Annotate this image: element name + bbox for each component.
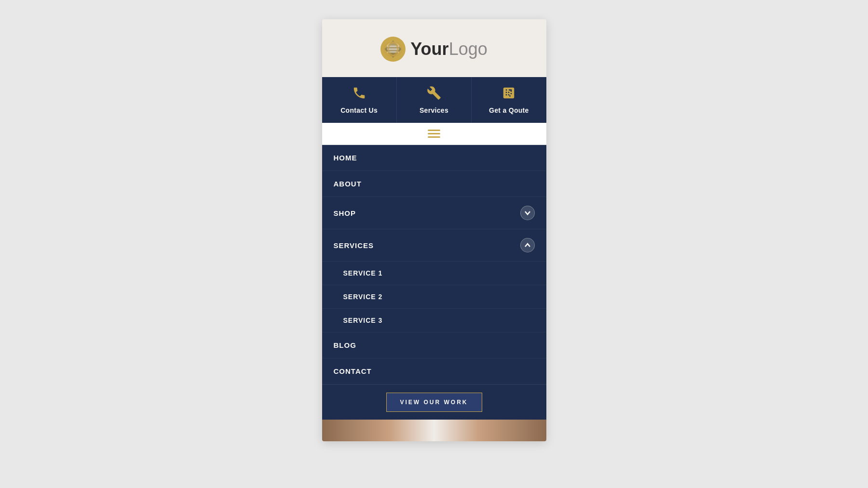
nav-item-blog[interactable]: BLOG <box>322 332 546 358</box>
top-nav-contact[interactable]: Contact Us <box>322 77 397 123</box>
nav-label-blog: BLOG <box>334 341 356 349</box>
chevron-down-icon <box>524 210 531 216</box>
footer-image-strip <box>322 420 546 441</box>
nav-subitem-service1[interactable]: SERVICE 1 <box>322 262 546 285</box>
service2-label: SERVICE 2 <box>343 293 383 301</box>
chevron-up-icon <box>524 242 531 249</box>
cta-section: VIEW OUR WORK <box>322 384 546 420</box>
nav-label-contact: CONTACT <box>334 367 372 375</box>
top-nav-quote[interactable]: Get a Qoute <box>472 77 546 123</box>
nav-subitem-service2[interactable]: SERVICE 2 <box>322 285 546 309</box>
services-label: Services <box>420 106 448 114</box>
header: YourLogo <box>322 19 546 77</box>
calculator-icon <box>502 86 516 103</box>
nav-label-about: ABOUT <box>334 180 362 188</box>
logo-light-text: Logo <box>449 39 488 59</box>
service1-label: SERVICE 1 <box>343 269 383 277</box>
nav-label-shop: SHOP <box>334 209 356 217</box>
nav-item-contact[interactable]: CONTACT <box>322 358 546 384</box>
phone-icon <box>352 86 366 103</box>
logo-text: YourLogo <box>410 40 487 58</box>
nav-menu: HOME ABOUT SHOP SERVICES <box>322 145 546 420</box>
services-chevron-up[interactable] <box>520 238 535 252</box>
logo-icon <box>380 37 406 62</box>
nav-item-about[interactable]: ABOUT <box>322 171 546 197</box>
shop-chevron-down[interactable] <box>520 206 535 220</box>
view-our-work-button[interactable]: VIEW OUR WORK <box>386 393 482 412</box>
logo-bold-text: Your <box>410 39 448 59</box>
services-submenu: SERVICE 1 SERVICE 2 SERVICE 3 <box>322 262 546 332</box>
contact-us-label: Contact Us <box>340 106 378 114</box>
quote-label: Get a Qoute <box>489 106 529 114</box>
top-nav-services[interactable]: Services <box>397 77 472 123</box>
service3-label: SERVICE 3 <box>343 317 383 324</box>
nav-subitem-service3[interactable]: SERVICE 3 <box>322 309 546 332</box>
hamburger-bar <box>322 123 546 145</box>
nav-item-shop[interactable]: SHOP <box>322 197 546 229</box>
phone-container: YourLogo Contact Us Services <box>322 19 546 441</box>
hamburger-button[interactable] <box>428 130 440 138</box>
nav-label-services: SERVICES <box>334 241 374 250</box>
nav-label-home: HOME <box>334 154 357 162</box>
top-nav: Contact Us Services Get a Qoute <box>322 77 546 123</box>
nav-item-home[interactable]: HOME <box>322 145 546 171</box>
nav-item-services[interactable]: SERVICES <box>322 229 546 262</box>
wrench-icon <box>427 86 441 103</box>
logo[interactable]: YourLogo <box>380 37 487 62</box>
